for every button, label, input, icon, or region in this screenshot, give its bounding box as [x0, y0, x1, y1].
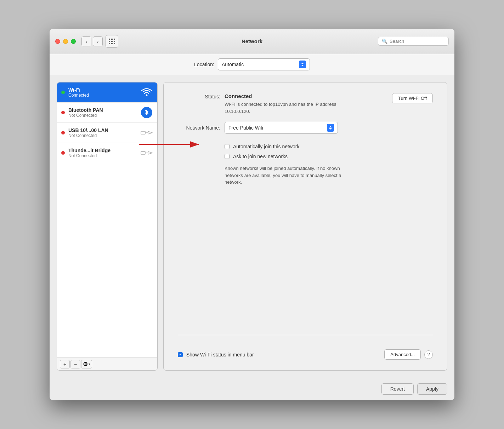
sidebar: Wi-Fi Connected [57, 82, 158, 371]
show-wifi-label: Show Wi-Fi status in menu bar [186, 352, 254, 358]
bluetooth-icon [140, 106, 153, 119]
usb-info: USB 10/...00 LAN Not Connected [68, 127, 140, 138]
status-description: Wi-Fi is connected to top10vpn and has t… [225, 101, 345, 115]
usb-status-dot [61, 131, 65, 135]
network-stepper-up-icon [329, 126, 332, 127]
detail-panel: Status: Connected Wi-Fi is connected to … [163, 82, 447, 371]
thunderbolt-info: Thunde...lt Bridge Not Connected [68, 148, 140, 158]
auto-join-row: Automatically join this network [225, 144, 433, 149]
stepper-down-icon [301, 65, 304, 66]
ask-join-checkbox[interactable] [225, 154, 230, 159]
bluetooth-circle-icon [141, 107, 152, 118]
back-button[interactable]: ‹ [81, 36, 91, 46]
svg-rect-4 [141, 151, 145, 154]
ask-join-label: Ask to join new networks [233, 154, 288, 159]
network-name-value: Free Public Wifi [228, 125, 263, 131]
location-label: Location: [194, 62, 214, 67]
bluetooth-name: Bluetooth PAN [68, 107, 140, 113]
usb-name: USB 10/...00 LAN [68, 127, 140, 133]
sidebar-item-wifi[interactable]: Wi-Fi Connected [57, 82, 157, 103]
status-value: Connected [225, 93, 252, 99]
thunderbolt-name: Thunde...lt Bridge [68, 148, 140, 153]
ask-join-description: Known networks will be joined automatica… [225, 165, 359, 186]
right-buttons: Advanced... ? [384, 349, 433, 360]
wifi-signal-icon [141, 87, 152, 97]
bottom-bar: ✓ Show Wi-Fi status in menu bar Advanced… [178, 335, 433, 360]
stepper-up-icon [301, 63, 304, 64]
usb-status: Not Connected [68, 133, 140, 138]
svg-point-0 [146, 95, 148, 96]
grid-button[interactable] [106, 35, 118, 48]
status-row: Status: Connected Wi-Fi is connected to … [178, 93, 433, 115]
show-wifi-row: ✓ Show Wi-Fi status in menu bar [178, 352, 254, 358]
location-stepper-icon [299, 61, 306, 68]
sidebar-item-bluetooth[interactable]: Bluetooth PAN Not Connected [57, 103, 157, 123]
auto-join-label: Automatically join this network [233, 144, 300, 149]
wifi-name: Wi-Fi [68, 87, 140, 93]
network-name-stepper-icon [327, 124, 334, 132]
network-name-label: Network Name: [178, 125, 220, 131]
auto-join-checkbox[interactable] [225, 144, 230, 149]
turn-wifi-off-button[interactable]: Turn Wi-Fi Off [392, 93, 433, 103]
window: ‹ › Network 🔍 Location: Automatic [50, 29, 454, 400]
location-select[interactable]: Automatic [218, 58, 310, 70]
bluetooth-info: Bluetooth PAN Not Connected [68, 107, 140, 118]
sidebar-toolbar: + − ⚙ ▾ [57, 358, 157, 370]
wifi-status-dot [61, 91, 65, 94]
remove-network-button[interactable]: − [70, 360, 80, 368]
annotation-arrow [135, 137, 206, 151]
thunderbolt-status: Not Connected [68, 153, 140, 158]
network-stepper-down-icon [329, 128, 332, 130]
network-name-select[interactable]: Free Public Wifi [225, 122, 338, 134]
wifi-icon [140, 86, 153, 99]
search-icon: 🔍 [382, 39, 387, 44]
check-mark-icon: ✓ [179, 353, 182, 356]
close-button[interactable] [55, 39, 60, 44]
gear-dropdown-icon: ▾ [89, 362, 90, 366]
thunderbolt-status-dot [61, 151, 65, 155]
revert-button[interactable]: Revert [381, 383, 414, 395]
usb-ethernet-icon [140, 128, 153, 138]
search-input[interactable] [390, 39, 445, 44]
grid-icon [109, 39, 115, 44]
svg-rect-1 [141, 131, 145, 134]
location-toolbar: Location: Automatic [50, 54, 454, 75]
svg-marker-3 [148, 131, 152, 134]
advanced-button[interactable]: Advanced... [384, 349, 421, 360]
add-network-button[interactable]: + [60, 360, 70, 368]
ask-join-row: Ask to join new networks [225, 154, 433, 159]
main-content: Wi-Fi Connected [50, 75, 454, 378]
show-wifi-checkbox[interactable]: ✓ [178, 352, 183, 357]
forward-button[interactable]: › [93, 36, 103, 46]
traffic-lights [55, 39, 76, 44]
window-title: Network [242, 38, 262, 44]
network-list: Wi-Fi Connected [57, 82, 157, 358]
network-name-row: Network Name: Free Public Wifi [178, 122, 433, 134]
status-label: Status: [178, 93, 220, 99]
help-button[interactable]: ? [424, 350, 433, 359]
minimize-button[interactable] [63, 39, 68, 44]
network-settings-button[interactable]: ⚙ ▾ [81, 360, 92, 368]
location-value: Automatic [222, 62, 244, 67]
titlebar: ‹ › Network 🔍 [50, 29, 454, 54]
bluetooth-status-dot [61, 111, 65, 114]
wifi-status: Connected [68, 93, 140, 98]
gear-icon: ⚙ [83, 361, 88, 367]
nav-buttons: ‹ › [81, 36, 103, 46]
search-bar[interactable]: 🔍 [378, 37, 449, 46]
wifi-info: Wi-Fi Connected [68, 87, 140, 98]
bluetooth-status: Not Connected [68, 113, 140, 118]
status-info: Connected Wi-Fi is connected to top10vpn… [225, 93, 345, 115]
footer: Revert Apply [50, 378, 454, 400]
apply-button[interactable]: Apply [417, 383, 447, 395]
maximize-button[interactable] [71, 39, 76, 44]
svg-marker-6 [148, 151, 152, 154]
location-row: Location: Automatic [194, 58, 310, 70]
